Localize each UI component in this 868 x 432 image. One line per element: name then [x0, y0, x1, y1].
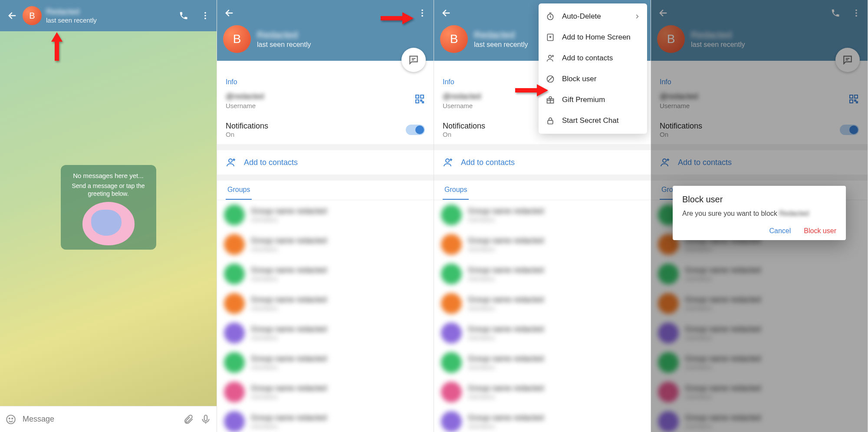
group-avatar [441, 352, 462, 373]
empty-chat-card[interactable]: No messages here yet... Send a message o… [61, 165, 156, 250]
add-to-contacts-button[interactable]: Add to contacts [434, 150, 651, 175]
empty-title: No messages here yet... [67, 172, 150, 179]
group-row[interactable]: Group name redactedmembers [434, 407, 651, 432]
group-row[interactable]: Group name redactedmembers [217, 259, 434, 289]
group-subtitle: members [468, 245, 544, 253]
emoji-button[interactable] [5, 414, 16, 425]
svg-point-16 [446, 159, 449, 162]
group-name: Group name redacted [251, 325, 327, 334]
group-name: Group name redacted [468, 236, 544, 245]
groups-tab[interactable]: Groups [226, 181, 252, 200]
greeting-sticker[interactable] [82, 202, 135, 245]
group-name: Group name redacted [251, 295, 327, 304]
attach-button[interactable] [183, 414, 194, 425]
group-avatar [224, 352, 245, 373]
group-row[interactable]: Group name redactedmembers [434, 289, 651, 318]
groups-list[interactable]: Group name redactedmembersGroup name red… [217, 200, 434, 432]
group-row[interactable]: Group name redactedmembers [217, 377, 434, 407]
svg-point-0 [204, 12, 206, 14]
profile-screen: B Redacted last seen recently Info @reda… [217, 0, 434, 432]
notifications-label: Notifications [226, 122, 268, 131]
groups-section: Groups Group name redactedmembersGroup n… [217, 181, 434, 432]
group-row[interactable]: Group name redactedmembers [434, 200, 651, 230]
menu-label: Gift Premium [562, 96, 605, 104]
group-row[interactable]: Group name redactedmembers [434, 348, 651, 377]
add-contact-icon [546, 53, 555, 63]
more-button[interactable] [200, 10, 210, 21]
group-subtitle: members [251, 334, 327, 341]
back-button[interactable] [440, 7, 452, 19]
message-input-bar [0, 406, 217, 432]
emoji-icon [5, 414, 16, 425]
message-input[interactable] [23, 415, 177, 424]
arrow-left-icon [7, 11, 17, 20]
group-avatar [441, 323, 462, 343]
group-name: Group name redacted [468, 207, 544, 216]
group-row[interactable]: Group name redactedmembers [217, 348, 434, 377]
message-fab[interactable] [401, 48, 426, 72]
qr-button[interactable] [414, 94, 425, 104]
menu-add-contacts[interactable]: Add to contacts [539, 48, 647, 69]
menu-auto-delete[interactable]: Auto-Delete [539, 6, 647, 27]
back-button[interactable] [6, 10, 18, 22]
group-avatar [441, 293, 462, 314]
groups-tab[interactable]: Groups [443, 181, 469, 200]
mic-button[interactable] [200, 414, 211, 425]
group-row[interactable]: Group name redactedmembers [434, 377, 651, 407]
group-subtitle: members [468, 393, 544, 400]
groups-list[interactable]: Group name redactedmembersGroup name red… [434, 200, 651, 432]
dialog-cancel-button[interactable]: Cancel [769, 227, 791, 235]
group-name: Group name redacted [468, 354, 544, 363]
svg-rect-12 [416, 100, 419, 103]
menu-label: Start Secret Chat [562, 116, 618, 125]
svg-rect-10 [416, 95, 419, 98]
notifications-switch[interactable] [406, 125, 425, 135]
contact-name: Redacted [257, 30, 311, 41]
group-name: Group name redacted [468, 325, 544, 334]
contact-name-block[interactable]: Redacted last seen recently [46, 7, 97, 24]
menu-block-user[interactable]: Block user [539, 69, 647, 89]
notifications-row[interactable]: Notifications On [217, 115, 434, 144]
group-avatar [441, 411, 462, 432]
svg-rect-11 [421, 95, 424, 98]
group-row[interactable]: Group name redactedmembers [434, 318, 651, 348]
add-to-contacts-button[interactable]: Add to contacts [217, 150, 434, 175]
timer-icon [546, 12, 555, 21]
group-row[interactable]: Group name redactedmembers [217, 200, 434, 230]
group-row[interactable]: Group name redactedmembers [434, 259, 651, 289]
svg-point-7 [421, 10, 423, 11]
menu-gift-premium[interactable]: Gift Premium [539, 89, 647, 110]
more-button[interactable] [417, 8, 427, 18]
dialog-message: Are you sure you want to block Redacted [682, 210, 836, 218]
contact-avatar[interactable]: B [440, 25, 468, 53]
group-row[interactable]: Group name redactedmembers [217, 407, 434, 432]
group-name: Group name redacted [251, 413, 327, 422]
svg-rect-14 [422, 102, 424, 103]
group-name: Group name redacted [251, 354, 327, 363]
contact-avatar[interactable]: B [23, 6, 42, 25]
group-subtitle: members [468, 216, 544, 223]
contact-avatar[interactable]: B [223, 25, 251, 53]
group-subtitle: members [251, 275, 327, 282]
message-icon [408, 54, 419, 66]
group-row[interactable]: Group name redactedmembers [217, 289, 434, 318]
menu-start-secret[interactable]: Start Secret Chat [539, 110, 647, 131]
svg-point-19 [549, 55, 552, 58]
username-value: @redacted [226, 92, 425, 101]
contact-status: last seen recently [46, 16, 97, 24]
more-vert-icon [418, 8, 427, 18]
group-avatar [441, 382, 462, 402]
svg-point-15 [229, 159, 232, 162]
menu-add-home[interactable]: Add to Home Screen [539, 27, 647, 48]
block-icon [546, 74, 555, 84]
group-row[interactable]: Group name redactedmembers [434, 230, 651, 259]
group-avatar [224, 204, 245, 225]
username-row[interactable]: @redacted Username [217, 88, 434, 115]
back-button[interactable] [223, 7, 235, 19]
dialog-confirm-button[interactable]: Block user [804, 227, 836, 235]
call-button[interactable] [178, 10, 189, 21]
dialog-message-text: Are you sure you want to block [682, 210, 779, 217]
chat-screen: B Redacted last seen recently No message… [0, 0, 217, 432]
group-row[interactable]: Group name redactedmembers [217, 230, 434, 259]
group-row[interactable]: Group name redactedmembers [217, 318, 434, 348]
